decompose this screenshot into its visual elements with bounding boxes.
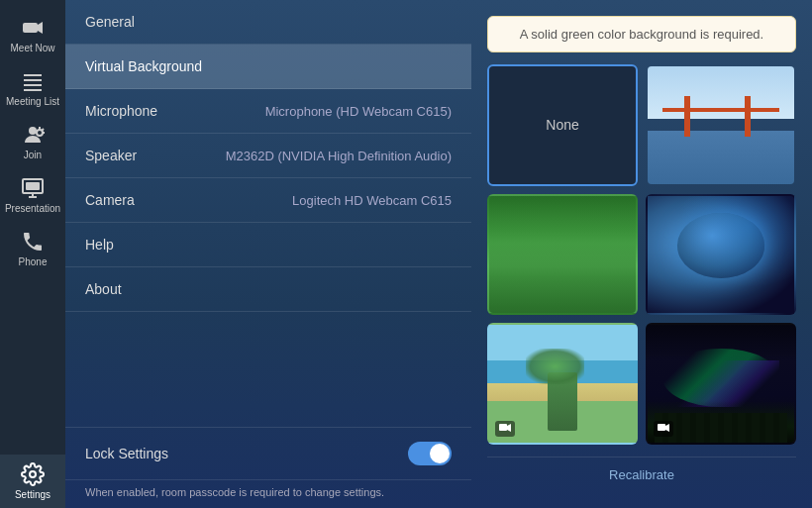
gg-water-layer (648, 131, 794, 183)
svg-rect-5 (24, 89, 42, 91)
bg-grid: None (487, 64, 796, 445)
earth-glow (648, 196, 794, 314)
sidebar-item-label: Settings (15, 489, 51, 500)
sidebar-item-meeting-list[interactable]: Meeting List (0, 61, 65, 115)
svg-rect-2 (24, 74, 42, 76)
bg-item-none[interactable]: None (487, 64, 638, 186)
svg-marker-1 (38, 22, 43, 34)
svg-marker-17 (507, 424, 511, 432)
sidebar-item-label: Meeting List (6, 96, 59, 107)
sidebar-item-presentation[interactable]: Presentation (0, 168, 65, 222)
sidebar: Meet Now Meeting List Join Presentation (0, 0, 65, 508)
settings-item-help[interactable]: Help (65, 223, 471, 267)
none-label: None (546, 117, 578, 133)
sidebar-item-settings[interactable]: Settings (0, 455, 65, 508)
grass-detail-layer (489, 196, 636, 314)
virtual-bg-panel: A solid green color background is requir… (471, 0, 812, 508)
recalibrate-button[interactable]: Recalibrate (487, 457, 796, 492)
settings-item-microphone[interactable]: Microphone Microphone (HD Webcam C615) (65, 89, 471, 134)
svg-rect-0 (23, 23, 38, 33)
settings-item-about[interactable]: About (65, 267, 471, 312)
bg-item-golden-gate[interactable] (646, 64, 796, 186)
svg-point-15 (30, 471, 36, 477)
settings-item-general[interactable]: General (65, 0, 471, 45)
lock-settings-hint: When enabled, room passcode is required … (65, 480, 471, 508)
bg-item-aurora[interactable] (646, 323, 796, 445)
svg-rect-18 (658, 424, 665, 431)
settings-item-virtual-background[interactable]: Virtual Background (65, 45, 471, 89)
video-icon (21, 16, 45, 40)
gg-tower1-layer (684, 96, 690, 138)
gg-bridge-layer (662, 108, 779, 112)
lock-settings-row: Lock Settings (65, 428, 471, 480)
aurora-video-icon (654, 421, 673, 437)
palm-leaves (526, 349, 584, 384)
list-icon (21, 69, 45, 93)
svg-rect-3 (24, 79, 42, 81)
join-icon (21, 123, 45, 147)
bg-item-beach[interactable] (487, 323, 638, 445)
sidebar-item-label: Join (24, 150, 42, 160)
settings-item-camera[interactable]: Camera Logitech HD Webcam C615 (65, 178, 471, 223)
presentation-icon (21, 176, 45, 200)
svg-marker-19 (665, 424, 669, 432)
sidebar-item-join[interactable]: Join (0, 115, 65, 168)
phone-icon (21, 230, 45, 254)
lock-settings-label: Lock Settings (85, 446, 168, 461)
settings-panel: General Virtual Background Microphone Mi… (65, 0, 471, 508)
settings-bottom: Lock Settings When enabled, room passcod… (65, 427, 471, 508)
gear-icon (21, 462, 45, 486)
svg-line-9 (42, 129, 44, 131)
beach-video-icon (495, 421, 515, 437)
aurora-purple-layer (677, 360, 780, 407)
lock-settings-toggle[interactable] (408, 442, 452, 465)
content-area: General Virtual Background Microphone Mi… (65, 0, 812, 508)
sidebar-item-label: Phone (19, 256, 48, 267)
main-content: General Virtual Background Microphone Mi… (65, 0, 812, 508)
settings-item-speaker[interactable]: Speaker M2362D (NVIDIA High Definition A… (65, 134, 471, 178)
bg-item-grass[interactable] (487, 194, 638, 316)
notice-bar: A solid green color background is requir… (487, 16, 796, 52)
gg-tower2-layer (745, 96, 751, 138)
svg-rect-4 (24, 84, 42, 86)
aurora-trees (655, 413, 786, 443)
bg-item-earth[interactable] (646, 194, 796, 316)
svg-point-6 (29, 127, 37, 135)
svg-rect-16 (499, 424, 507, 431)
sidebar-item-label: Presentation (5, 203, 60, 214)
svg-rect-14 (26, 182, 40, 190)
sidebar-item-meet-now[interactable]: Meet Now (0, 8, 65, 61)
sidebar-item-phone[interactable]: Phone (0, 222, 65, 275)
sidebar-item-label: Meet Now (10, 43, 54, 53)
